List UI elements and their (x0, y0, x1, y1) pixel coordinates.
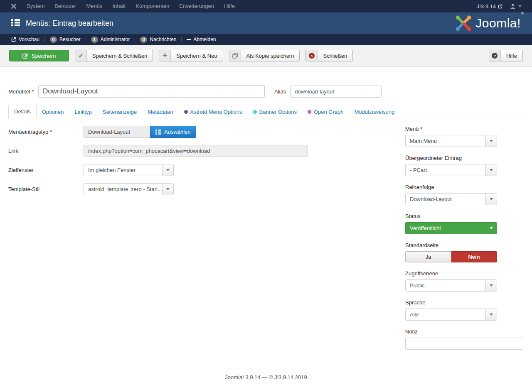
help-button[interactable]: ? Hilfe (489, 50, 523, 61)
joomla-mark-icon (10, 3, 17, 10)
visitors-count-badge: 0 (50, 37, 57, 43)
access-select[interactable]: Public (405, 279, 497, 292)
banner-dot-icon (253, 110, 257, 114)
language-group: Sprache Alle (405, 299, 524, 321)
note-group: Notiz (405, 328, 524, 350)
menu-item-type-row: Menüeintragstyp * Download-Layout Auswäh… (8, 126, 405, 138)
menu-erweiterungen[interactable]: Erweiterungen (174, 0, 219, 12)
admin-top-bar: System Benutzer Menüs Inhalt Komponenten… (0, 0, 532, 12)
version-link[interactable]: J!3.9.14 (477, 3, 502, 10)
user-menu[interactable] (510, 3, 522, 9)
link-value: index.php?option=com_phocacart&view=down… (84, 145, 308, 157)
user-icon (510, 3, 516, 9)
template-style-select[interactable]: astroid_template_zero - Stan... (84, 183, 174, 195)
template-style-row: Template-Stil astroid_template_zero - St… (8, 183, 405, 195)
sidebar-settings: Menü * MaIn Menu Übergeordneter Eintrag … (405, 126, 524, 358)
menu-title-input[interactable] (38, 85, 265, 98)
tab-linktyp[interactable]: Linktyp (69, 105, 97, 118)
access-label: Zugriffsebene (405, 270, 524, 277)
status-bar: Vorschau 0 Besucher 1 Administrator 0 Na… (0, 34, 532, 45)
alias-input[interactable] (290, 86, 382, 98)
menu-label: Menü * (405, 126, 524, 132)
tab-optionen[interactable]: Optionen (37, 105, 69, 118)
admins-label: Administrator (101, 37, 130, 42)
tab-modulzuweisung[interactable]: Modulzuweisung (349, 105, 400, 118)
default-page-no-button[interactable]: Nein (451, 251, 497, 262)
joomla-logo-icon (455, 15, 472, 32)
tab-open-graph[interactable]: Open Graph (302, 105, 349, 118)
menu-inhalt[interactable]: Inhalt (107, 0, 131, 12)
close-button[interactable]: ✕ Schließen (305, 50, 353, 61)
version-label: J!3.9.14 (477, 3, 496, 10)
chevron-down-icon (485, 309, 497, 320)
menu-system[interactable]: System (22, 0, 49, 12)
default-page-yes-button[interactable]: Ja (405, 251, 451, 262)
link-row: Link index.php?option=com_phocacart&view… (8, 145, 405, 157)
tab-seitenanzeige[interactable]: Seitenanzeige (97, 105, 142, 118)
chevron-down-icon (162, 184, 173, 195)
ordering-select[interactable]: Download-Layout (405, 193, 497, 205)
copy-icon (229, 50, 241, 61)
preview-link[interactable]: Vorschau (11, 37, 44, 42)
status-group: Status Veröffentlicht (405, 213, 524, 234)
chevron-down-icon (162, 164, 173, 176)
external-link-icon (498, 4, 502, 9)
language-label: Sprache (405, 299, 524, 306)
admins-link[interactable]: 1 Administrator (86, 37, 135, 43)
tab-astroid-menu-options[interactable]: Astroid Menu Options (179, 105, 248, 118)
menu-komponenten[interactable]: Komponenten (131, 0, 174, 12)
menu-group: Menü * MaIn Menu (405, 126, 524, 147)
logout-link[interactable]: Abmelden (182, 37, 221, 42)
target-window-select[interactable]: Im gleichen Fenster (84, 164, 174, 176)
menu-item-type-label: Menüeintragstyp * (8, 129, 84, 135)
check-icon: ✔ (75, 50, 87, 61)
visitors-label: Besucher (59, 37, 81, 42)
page-title: Menüs: Eintrag bearbeiten (26, 19, 113, 28)
note-input[interactable] (405, 338, 523, 350)
ordering-group: Reihenfolge Download-Layout (405, 184, 524, 205)
parent-item-group: Übergeordneter Eintrag - PCart (405, 155, 524, 176)
status-label: Status (405, 213, 524, 219)
title-row: Menütitel * Alias (8, 85, 524, 98)
preview-label: Vorschau (19, 37, 39, 42)
tab-banner-options[interactable]: Banner Options (248, 105, 302, 118)
default-page-label: Standardseite (405, 242, 524, 248)
default-page-toggle: Ja Nein (405, 251, 497, 262)
menu-menus[interactable]: Menüs (81, 0, 107, 12)
select-menu-item-type-button[interactable]: Auswählen (150, 126, 196, 138)
language-select[interactable]: Alle (405, 309, 497, 321)
tab-metadaten[interactable]: Metadaten (142, 105, 178, 118)
target-window-label: Zielfenster (8, 167, 84, 173)
access-group: Zugriffsebene Public (405, 270, 524, 292)
chevron-down-icon (485, 194, 497, 205)
ordering-label: Reihenfolge (405, 184, 524, 190)
admin-menu: System Benutzer Menüs Inhalt Komponenten… (22, 0, 240, 12)
close-circle-icon: ✕ (306, 50, 318, 61)
menu-benutzer[interactable]: Benutzer (49, 0, 81, 12)
chevron-down-icon (518, 5, 522, 7)
visitors-link[interactable]: 0 Besucher (45, 37, 86, 43)
open-graph-dot-icon (308, 110, 311, 114)
joomla-logo: Joomla!® (455, 15, 524, 32)
save-close-button[interactable]: ✔ Speichern & Schließen (75, 50, 153, 61)
save-copy-button[interactable]: Als Kopie speichern (229, 50, 300, 61)
alias-label: Alias (274, 88, 286, 95)
chevron-down-icon (485, 135, 497, 147)
footer-version-text: Joomla! 3.9.14 — © J!3.9.14 2019 (8, 374, 524, 380)
save-new-button[interactable]: + Speichern & Neu (159, 50, 223, 61)
menu-manager-icon (11, 19, 20, 28)
target-window-row: Zielfenster Im gleichen Fenster (8, 164, 405, 176)
template-style-label: Template-Stil (8, 186, 84, 192)
parent-item-label: Übergeordneter Eintrag (405, 155, 524, 161)
chevron-down-icon (485, 280, 497, 291)
save-pencil-icon (22, 53, 28, 59)
menu-hilfe[interactable]: Hilfe (219, 0, 240, 12)
menu-select[interactable]: MaIn Menu (405, 135, 497, 147)
save-button[interactable]: Speichern (9, 50, 69, 61)
parent-item-select[interactable]: - PCart (405, 164, 497, 176)
menu-item-type-value: Download-Layout (84, 126, 150, 138)
tab-details[interactable]: Details (8, 105, 37, 118)
messages-link[interactable]: 0 Nachrichten (135, 37, 181, 43)
logout-label: Abmelden (193, 37, 216, 42)
status-select[interactable]: Veröffentlicht (405, 222, 497, 234)
